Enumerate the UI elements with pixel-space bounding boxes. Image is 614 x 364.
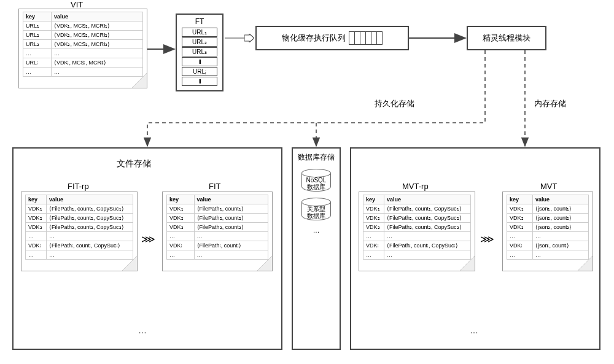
sprite-label: 精灵线程模块 [483, 33, 530, 44]
mvtrp-title: MVT-rp [402, 182, 429, 191]
ft-item: URL₁ [182, 28, 217, 37]
mvt-sheet: keyvalue VDK₁⟨json₁, count₁⟩ VDK₂⟨json₂,… [502, 192, 593, 271]
transform-arrow-icon: ⋙ [480, 233, 495, 245]
mem-storage-ellipsis: … [470, 325, 480, 335]
ft-item: Ⅱ [182, 77, 217, 86]
ft-item: URL₂ [182, 37, 217, 47]
file-storage-title: 文件存储 [117, 158, 151, 169]
file-storage-ellipsis: … [138, 325, 148, 335]
sprite-module: 精灵线程模块 [467, 26, 546, 50]
db-relational: 关系型 数据库 [293, 198, 340, 220]
transform-arrow-icon: ⋙ [141, 233, 157, 245]
queue-cells-icon [349, 31, 383, 45]
mvt-title: MVT [540, 182, 557, 191]
ft-item: Ⅱ [182, 57, 217, 66]
ft-item: URL₃ [182, 47, 217, 56]
ft-title: FT [182, 17, 217, 26]
queue-label: 物化缓存执行队列 [282, 33, 346, 44]
db-storage-title: 数据库存储 [293, 152, 340, 163]
queue-module: 物化缓存执行队列 [255, 26, 409, 50]
db-nosql: NoSQL 数据库 [293, 169, 340, 192]
fit-title: FIT [209, 182, 221, 191]
vit-sheet: keyvalue URL₁⟨VDK₁, MCS₁, MCRI₁⟩ URL₂⟨VD… [18, 9, 147, 88]
db-ellipsis: … [293, 227, 340, 234]
fitrp-sheet: keyvalue VDK₁⟨FilePath₁, count₁, CopySuc… [21, 192, 138, 271]
vit-title: VIT [71, 0, 83, 9]
ft-item: URLⱼ [182, 67, 217, 76]
fitrp-title: FIT-rp [68, 182, 89, 191]
ft-box: FT URL₁ URL₂ URL₃ Ⅱ URLⱼ Ⅱ [176, 14, 223, 91]
persist-storage-label: 持久化存储 [375, 98, 414, 109]
memory-storage-label: 内存存储 [534, 98, 566, 109]
mvtrp-sheet: keyvalue VDK₁⟨FilePath₁, count₁, CopySuc… [359, 192, 475, 271]
vit-table: keyvalue URL₁⟨VDK₁, MCS₁, MCRI₁⟩ URL₂⟨VD… [23, 12, 143, 77]
fit-sheet: keyvalue VDK₁⟨FilePath₁, count₁⟩ VDK₂⟨Fi… [162, 192, 273, 271]
db-storage-panel: 数据库存储 NoSQL 数据库 关系型 数据库 … [292, 147, 341, 350]
